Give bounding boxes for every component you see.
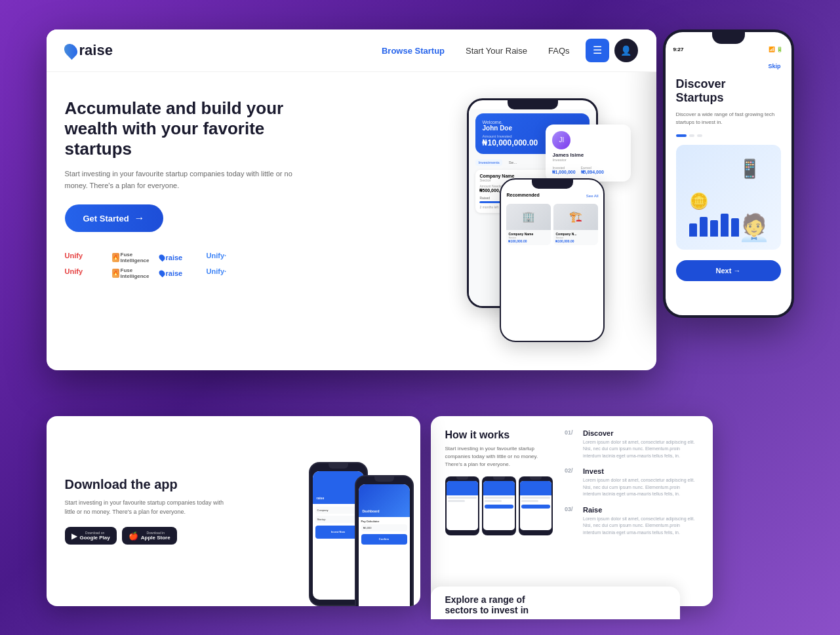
hiw-step-desc-2: Lorem ipsum dolor sit amet, consectetur … (583, 477, 698, 498)
store-buttons: ▶ Download on Google Play 🍎 Download in … (65, 527, 233, 545)
hiw-line-4 (485, 500, 502, 502)
hiw-title: How it works (445, 429, 555, 441)
hiw-phone-2 (482, 476, 516, 535)
menu-icon: ☰ (593, 44, 602, 56)
dot-3 (697, 134, 702, 137)
hiw-screen-header-1 (447, 481, 478, 495)
google-main: Google Play (80, 535, 110, 541)
logo: raise (65, 42, 113, 59)
hero-section: Accumulate and build your wealth with yo… (47, 72, 656, 368)
nav-start-raise[interactable]: Start Your Raise (466, 46, 527, 56)
right-phone-status: 9:27 📶 🔋 (666, 44, 791, 55)
brand-raise-2: raise (159, 267, 201, 279)
recommend-title: Recommended (506, 193, 539, 197)
hiw-screen-1 (447, 481, 478, 530)
google-play-text: Download on Google Play (80, 531, 110, 541)
hiw-num-2: 02/ (565, 467, 578, 498)
hiw-line-2 (448, 500, 465, 502)
brand-raise-1: raise (159, 252, 201, 263)
hiw-screen-2 (483, 481, 515, 530)
recommend-grid: 🏢 Company Name Sector ₦100,000.00 🏗️ (506, 204, 598, 245)
hiw-step-raise: 03/ Raise Lorem ipsum dolor sit amet, co… (565, 506, 698, 537)
phone-tab-investments[interactable]: Investments (475, 159, 502, 166)
download-card: Download the app Start investing in your… (47, 416, 420, 606)
phone-second-content: Recommended See All 🏢 Company Name Secto… (501, 189, 603, 342)
hiw-btn-2 (521, 505, 550, 509)
onboarding-title: DiscoverStartups (676, 77, 781, 106)
dot-2 (689, 134, 694, 137)
see-all-link[interactable]: See All (586, 194, 599, 198)
hiw-right: 01/ Discover Lorem ipsum dolor sit amet,… (565, 429, 698, 593)
dl-mini-card-3: ₦5,000 (361, 524, 407, 531)
nav-faqs[interactable]: FAQs (548, 46, 570, 56)
download-content: Download the app Start investing in your… (65, 477, 233, 545)
progress-fill (479, 201, 500, 203)
invested-value: ₦1,000,000 (552, 170, 575, 175)
google-play-button[interactable]: ▶ Download on Google Play (65, 527, 117, 545)
hiw-step-content-2: Invest Lorem ipsum dolor sit amet, conse… (583, 467, 698, 498)
brand-unify-2: Unify (65, 267, 107, 279)
fi-icon-2: 🔥 (112, 269, 119, 278)
recommend-img-1: 🏢 (506, 204, 551, 230)
hero-phone-area: Welcome, John Doe Amount Invested ₦10,00… (323, 92, 638, 349)
hiw-step-content-1: Discover Lorem ipsum dolor sit amet, con… (583, 429, 698, 460)
next-button[interactable]: Next → (676, 260, 781, 281)
investor-role: Investor (552, 158, 624, 162)
navbar: raise Browse Startup Start Your Raise FA… (47, 29, 656, 72)
main-screen: raise Browse Startup Start Your Raise FA… (47, 29, 656, 370)
explore-peek: Explore a range ofsectors to invest in (431, 587, 680, 619)
dl-screen-header-2: Dashboard (359, 484, 410, 517)
brand-fi-1: 🔥 Fuse Intelligence (112, 252, 154, 263)
hiw-step-desc-3: Lorem ipsum dolor sit amet, consectetur … (583, 516, 698, 537)
outer-container: raise Browse Startup Start Your Raise FA… (27, 16, 814, 619)
hiw-step-title-3: Raise (583, 506, 698, 514)
get-started-label: Get Started (83, 214, 129, 223)
coins-icon: 🪙 (689, 192, 709, 210)
apple-main: Apple Store (141, 535, 170, 541)
investor-invested: Invested ₦1,000,000 (552, 166, 575, 175)
earned-value: ₦5,894,000 (581, 170, 604, 175)
dot-1 (676, 134, 687, 137)
skip-button[interactable]: Skip (676, 63, 781, 69)
nav-links: Browse Startup Start Your Raise FAQs (382, 45, 570, 56)
bar-4 (721, 214, 729, 237)
chart-bars (689, 214, 739, 237)
investor-card: JI James Isime Investor Invested ₦1,000,… (546, 125, 631, 182)
investor-avatar: JI (552, 131, 570, 149)
phone-tab-see[interactable]: Se... (506, 159, 519, 166)
hiw-step-content-3: Raise Lorem ipsum dolor sit amet, consec… (583, 506, 698, 537)
bottom-section: Download the app Start investing in your… (47, 416, 713, 606)
nav-browse-startup[interactable]: Browse Startup (382, 46, 445, 56)
apple-store-button[interactable]: 🍎 Download in Apple Store (122, 527, 177, 545)
logo-text: raise (79, 42, 113, 59)
bar-3 (710, 220, 718, 237)
hiw-notch-2 (493, 476, 505, 480)
phone-recommended: Recommended See All 🏢 Company Name Secto… (500, 178, 605, 342)
brand-unify-blue-1: Unify· (207, 252, 249, 263)
hiw-screen-header-2 (483, 481, 515, 495)
bar-2 (700, 217, 708, 237)
dl-screen-content-2: Pay Calculator ₦5,000 Confirm (359, 517, 410, 547)
hero-subtitle: Start investing in your favourite startu… (65, 168, 310, 191)
hiw-num-3: 03/ (565, 506, 578, 537)
recommend-info-2: Company N... Sector ₦100,000.00 (553, 230, 598, 245)
recommend-header: Recommended See All (506, 193, 598, 200)
hiw-notch-1 (456, 476, 468, 480)
recommend-img-2: 🏗️ (553, 204, 598, 230)
recommend-item-1: 🏢 Company Name Sector ₦100,000.00 (506, 204, 551, 245)
right-phone-onboarding: 9:27 📶 🔋 Skip DiscoverStartups Discover … (663, 29, 794, 318)
bar-1 (689, 223, 697, 237)
get-started-button[interactable]: Get Started → (65, 204, 163, 232)
apple-text: Download in Apple Store (141, 531, 170, 541)
hiw-phones (445, 476, 555, 535)
google-top: Download on (80, 531, 110, 535)
logo-leaf-icon (61, 41, 79, 59)
hiw-phone-3 (519, 476, 553, 535)
right-phone-notch (712, 32, 745, 44)
user-button[interactable]: 👤 (614, 39, 638, 62)
dl-notch-2 (374, 476, 394, 482)
hiw-screen-header-3 (520, 481, 551, 495)
menu-button[interactable]: ☰ (586, 39, 609, 62)
hiw-content-3 (520, 495, 551, 510)
brand-fi-2: 🔥 Fuse Intelligence (112, 267, 154, 279)
